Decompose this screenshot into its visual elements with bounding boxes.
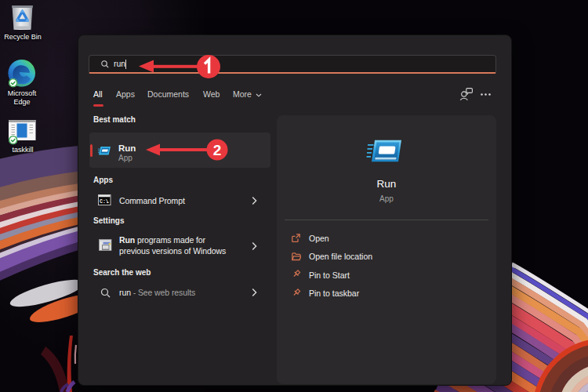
svg-text:C:\: C:\: [100, 199, 109, 205]
